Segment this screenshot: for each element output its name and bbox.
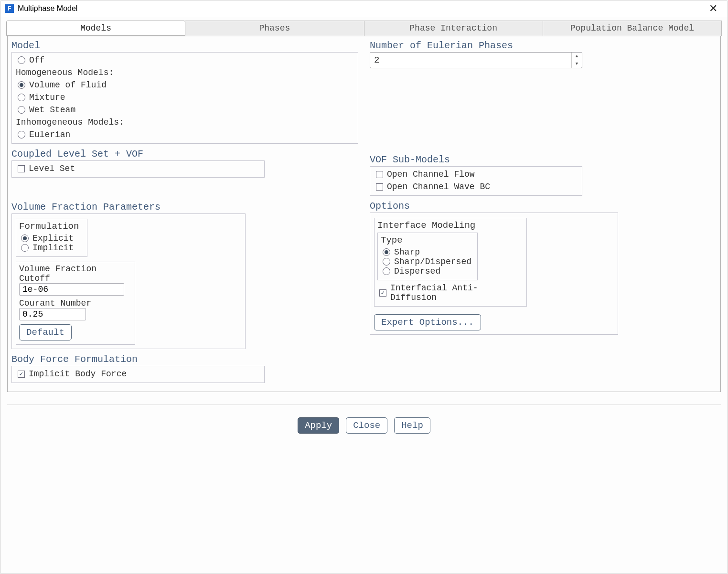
close-icon[interactable]: ✕	[704, 2, 723, 15]
radio-dispersed-label: Dispersed	[394, 266, 440, 276]
radio-eulerian-icon	[18, 131, 25, 138]
radio-mixture-label: Mixture	[29, 93, 65, 102]
expert-options-button[interactable]: Expert Options...	[374, 314, 481, 330]
model-title: Model	[11, 40, 358, 51]
coupled-title: Coupled Level Set + VOF	[11, 149, 358, 159]
courant-input[interactable]	[19, 308, 86, 320]
spinner-arrows: ▲ ▼	[571, 53, 582, 68]
options-group: Interface Modeling Type Sharp Sharp/Disp…	[370, 213, 618, 335]
body-force-title: Body Force Formulation	[11, 354, 358, 365]
multiphase-model-dialog: F Multiphase Model ✕ Models Phases Phase…	[0, 0, 728, 574]
type-title: Type	[381, 235, 474, 245]
courant-label: Courant Number	[19, 298, 132, 308]
checkbox-implicit-body[interactable]: ✓ Implicit Body Force	[16, 369, 260, 379]
radio-sharp-label: Sharp	[394, 247, 420, 257]
radio-sharp[interactable]: Sharp	[381, 247, 474, 257]
anti-diff-check-icon: ✓	[379, 289, 386, 297]
window-title: Multiphase Model	[18, 4, 77, 13]
coupled-group: Level Set	[11, 160, 265, 178]
action-bar: Apply Close Help	[0, 405, 728, 446]
right-column: Number of Eulerian Phases 2 ▲ ▼ VOF Sub-…	[370, 40, 717, 383]
radio-explicit-label: Explicit	[32, 234, 74, 243]
radio-wetsteam-label: Wet Steam	[29, 105, 75, 115]
radio-vof[interactable]: Volume of Fluid	[16, 80, 354, 90]
content-area: Model Off Homogeneous Models: Volume of …	[7, 36, 721, 392]
spinner-down-icon[interactable]: ▼	[572, 60, 582, 68]
eulerian-phases-title: Number of Eulerian Phases	[370, 40, 717, 51]
spinner-up-icon[interactable]: ▲	[572, 53, 582, 60]
titlebar: F Multiphase Model ✕	[0, 0, 728, 17]
radio-eulerian-label: Eulerian	[29, 130, 70, 139]
radio-sharp-disp-icon	[383, 258, 390, 266]
interface-modeling-group: Interface Modeling Type Sharp Sharp/Disp…	[374, 218, 527, 307]
vfrac-section: Volume Fraction Parameters Formulation E…	[11, 202, 358, 349]
vfrac-group: Formulation Explicit Implicit Volume Fra…	[11, 213, 246, 349]
radio-wetsteam-icon	[18, 106, 25, 114]
checkbox-level-set[interactable]: Level Set	[16, 164, 260, 173]
tab-models[interactable]: Models	[6, 21, 185, 36]
formulation-group: Formulation Explicit Implicit	[16, 219, 87, 257]
apply-button[interactable]: Apply	[298, 417, 339, 434]
radio-mixture[interactable]: Mixture	[16, 93, 354, 102]
help-button[interactable]: Help	[394, 417, 430, 434]
radio-implicit[interactable]: Implicit	[19, 243, 84, 253]
radio-vof-icon	[18, 81, 25, 89]
radio-vof-label: Volume of Fluid	[29, 80, 107, 90]
radio-sharp-icon	[383, 248, 390, 256]
level-set-check-icon	[18, 165, 25, 172]
interface-type-group: Type Sharp Sharp/Dispersed	[377, 233, 478, 280]
coupled-section: Coupled Level Set + VOF Level Set	[11, 149, 358, 178]
radio-mixture-icon	[18, 94, 25, 101]
checkbox-wave-bc[interactable]: Open Channel Wave BC	[374, 182, 578, 191]
eulerian-phases-spinner[interactable]: 2 ▲ ▼	[370, 52, 582, 68]
radio-off-label: Off	[29, 55, 44, 65]
inhomogeneous-header: Inhomogeneous Models:	[16, 117, 354, 127]
anti-diff-label: Interfacial Anti-Diffusion	[390, 283, 524, 302]
eulerian-phases-value: 2	[374, 55, 571, 65]
radio-implicit-label: Implicit	[32, 243, 74, 253]
radio-wetsteam[interactable]: Wet Steam	[16, 105, 354, 115]
radio-dispersed[interactable]: Dispersed	[381, 266, 474, 276]
level-set-label: Level Set	[29, 164, 75, 173]
open-channel-check-icon	[376, 171, 383, 178]
app-icon: F	[5, 4, 14, 13]
vfrac-title: Volume Fraction Parameters	[11, 202, 358, 213]
tab-phases[interactable]: Phases	[185, 21, 364, 36]
body-force-group: ✓ Implicit Body Force	[11, 366, 265, 383]
tabs-bar: Models Phases Phase Interaction Populati…	[0, 17, 728, 36]
radio-off-icon	[18, 56, 25, 64]
tab-phase-interaction[interactable]: Phase Interaction	[364, 21, 543, 36]
radio-eulerian[interactable]: Eulerian	[16, 130, 354, 139]
vof-submodel-section: VOF Sub-Models Open Channel Flow Open Ch…	[370, 154, 717, 196]
checkbox-open-channel[interactable]: Open Channel Flow	[374, 170, 578, 179]
options-section: Options Interface Modeling Type Sharp	[370, 201, 717, 335]
body-force-section: Body Force Formulation ✓ Implicit Body F…	[11, 354, 358, 383]
vof-sub-group: Open Channel Flow Open Channel Wave BC	[370, 166, 582, 196]
radio-implicit-icon	[21, 244, 29, 252]
tab-population-balance[interactable]: Population Balance Model	[543, 21, 722, 36]
interface-modeling-title: Interface Modeling	[377, 220, 524, 231]
radio-explicit[interactable]: Explicit	[19, 234, 84, 243]
eulerian-phases-section: Number of Eulerian Phases 2 ▲ ▼	[370, 40, 717, 68]
cutoff-label: Volume Fraction Cutoff	[19, 264, 132, 283]
model-group: Off Homogeneous Models: Volume of Fluid …	[11, 52, 358, 144]
model-section: Model Off Homogeneous Models: Volume of …	[11, 40, 358, 144]
wave-bc-check-icon	[376, 183, 383, 191]
left-column: Model Off Homogeneous Models: Volume of …	[11, 40, 358, 383]
implicit-body-check-icon: ✓	[18, 371, 25, 378]
radio-explicit-icon	[21, 234, 29, 242]
close-button[interactable]: Close	[346, 417, 387, 434]
default-button[interactable]: Default	[19, 324, 72, 340]
formulation-title: Formulation	[19, 221, 84, 232]
vof-sub-title: VOF Sub-Models	[370, 154, 717, 165]
radio-sharp-disp-label: Sharp/Dispersed	[394, 257, 471, 266]
radio-dispersed-icon	[383, 267, 390, 275]
radio-off[interactable]: Off	[16, 55, 354, 65]
wave-bc-label: Open Channel Wave BC	[387, 182, 490, 191]
radio-sharp-dispersed[interactable]: Sharp/Dispersed	[381, 257, 474, 266]
checkbox-anti-diffusion[interactable]: ✓ Interfacial Anti-Diffusion	[377, 283, 524, 302]
cutoff-group: Volume Fraction Cutoff Courant Number De…	[16, 262, 135, 345]
open-channel-label: Open Channel Flow	[387, 170, 475, 179]
implicit-body-label: Implicit Body Force	[29, 369, 127, 379]
cutoff-input[interactable]	[19, 283, 124, 296]
